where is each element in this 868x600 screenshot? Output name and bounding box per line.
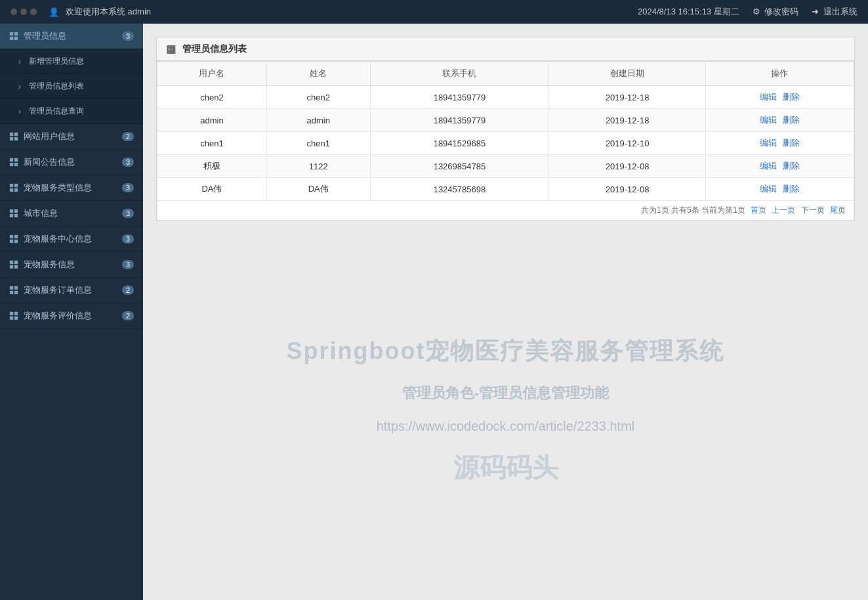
svg-rect-10 [10,163,13,166]
sidebar-item-service-review[interactable]: 宠物服务评价信息 2 [0,303,143,329]
sidebar-label-service-review: 宠物服务评价信息 [24,310,92,322]
col-date: 创建日期 [549,62,706,86]
delete-button[interactable]: 删除 [783,115,800,125]
svg-rect-8 [10,158,13,161]
table-header-row: 用户名 姓名 联系手机 创建日期 操作 [157,62,854,86]
table-row: admin admin 18941359779 2019-12-18 编辑 删除 [157,109,854,132]
delete-button[interactable]: 删除 [783,92,800,102]
cell-username: 积极 [157,155,267,178]
win-btn-maximize[interactable] [30,9,37,15]
svg-rect-4 [10,133,13,136]
main-content: ▦ 管理员信息列表 用户名 姓名 联系手机 创建日期 操作 chen2 chen… [143,24,868,600]
cell-name: chen2 [266,86,370,109]
cell-name: DA伟 [266,178,370,201]
cell-date: 2019-12-18 [549,86,706,109]
pagination-info: 共为1页 共有5条 当前为第1页 [641,205,745,215]
sidebar-item-city[interactable]: 城市信息 3 [0,201,143,226]
sidebar-item-admin-query[interactable]: › 管理员信息查询 [0,99,143,124]
sidebar-label-site-users: 网站用户信息 [24,131,75,142]
panel-title: 管理员信息列表 [182,43,247,55]
cell-phone: 13269854785 [370,155,549,178]
edit-button[interactable]: 编辑 [760,115,777,125]
svg-rect-6 [10,137,13,140]
svg-rect-30 [10,291,13,294]
topbar-right: 2024/8/13 16:15:13 星期二 ⚙ 修改密码 ➜ 退出系统 [638,6,858,18]
sidebar-item-admin-list[interactable]: › 管理员信息列表 [0,74,143,99]
svg-rect-32 [10,312,13,315]
cell-date: 2019-12-08 [549,155,706,178]
sidebar-item-pet-services[interactable]: 宠物服务类型信息 3 [0,175,143,201]
cell-name: chen1 [266,132,370,155]
watermark-title: Springboot宠物医疗美容服务管理系统 [287,335,725,368]
sidebar-item-admin-info[interactable]: 管理员信息 3 [0,24,143,49]
svg-rect-13 [14,184,18,187]
pagination-cell: 共为1页 共有5条 当前为第1页 首页 上一页 下一页 尾页 [157,201,854,221]
sidebar-item-pet-service[interactable]: 宠物服务信息 3 [0,252,143,278]
sidebar-sub-admin: › 新增管理员信息 › 管理员信息列表 › 管理员信息查询 [0,49,143,124]
svg-rect-23 [14,240,18,243]
sidebar-item-add-admin[interactable]: › 新增管理员信息 [0,49,143,74]
sidebar-label-pet-service: 宠物服务信息 [24,259,75,270]
sidebar-badge-admin-info: 3 [122,32,134,41]
welcome-text: 欢迎使用本系统 admin [66,6,151,18]
cell-actions: 编辑 删除 [705,178,854,201]
change-password-link[interactable]: ⚙ 修改密码 [753,6,799,18]
panel-header-icon: ▦ [166,43,176,55]
delete-button[interactable]: 删除 [783,138,800,148]
cell-username: chen2 [157,86,267,109]
sidebar-item-service-order[interactable]: 宠物服务订单信息 2 [0,278,143,303]
sidebar-badge-service-review: 2 [122,311,134,320]
datetime-text: 2024/8/13 16:15:13 星期二 [638,6,739,18]
pagination-row: 共为1页 共有5条 当前为第1页 首页 上一页 下一页 尾页 [157,201,854,221]
sidebar-item-news[interactable]: 新闻公告信息 3 [0,150,143,175]
sidebar-badge-news: 3 [122,158,134,167]
table-row: chen2 chen2 18941359779 2019-12-18 编辑 删除 [157,86,854,109]
admin-table-panel: ▦ 管理员信息列表 用户名 姓名 联系手机 创建日期 操作 chen2 chen… [156,37,855,221]
table-row: DA伟 DA伟 13245785698 2019-12-08 编辑 删除 [157,178,854,201]
logout-icon: ➜ [812,7,819,16]
svg-rect-0 [10,32,13,35]
watermark-url: https://www.icodedock.com/article/2233.h… [377,419,635,434]
svg-rect-34 [10,316,13,320]
edit-button[interactable]: 编辑 [760,161,777,171]
grid-icon [9,32,18,41]
grid-icon-9 [9,311,18,320]
sidebar-label-service-center: 宠物服务中心信息 [24,233,92,245]
sidebar-label-city: 城市信息 [24,207,58,219]
cell-actions: 编辑 删除 [705,132,854,155]
svg-rect-20 [10,235,13,238]
win-btn-minimize[interactable] [20,9,27,15]
svg-rect-9 [14,158,18,161]
win-btn-close[interactable] [10,9,17,15]
pagination-next[interactable]: 下一页 [801,205,825,215]
svg-rect-21 [14,235,18,238]
edit-button[interactable]: 编辑 [760,138,777,148]
sidebar-badge-service-order: 2 [122,286,134,295]
sidebar-label-news: 新闻公告信息 [24,156,75,168]
svg-rect-1 [14,32,18,35]
svg-rect-31 [14,291,18,294]
cell-name: 1122 [266,155,370,178]
grid-icon-2 [9,132,18,141]
svg-rect-27 [14,265,18,268]
sidebar-item-site-users[interactable]: 网站用户信息 2 [0,124,143,150]
svg-rect-33 [14,312,18,315]
delete-button[interactable]: 删除 [783,161,800,171]
admin-table: 用户名 姓名 联系手机 创建日期 操作 chen2 chen2 18941359… [157,61,854,221]
delete-button[interactable]: 删除 [783,184,800,194]
svg-rect-2 [10,37,13,40]
pagination-prev[interactable]: 上一页 [772,205,795,215]
table-row: chen1 chen1 18941529685 2019-12-10 编辑 删除 [157,132,854,155]
edit-button[interactable]: 编辑 [760,92,777,102]
sidebar-badge-city: 3 [122,209,134,218]
pagination-last[interactable]: 尾页 [830,205,846,215]
logout-link[interactable]: ➜ 退出系统 [812,6,858,18]
svg-rect-12 [10,184,13,187]
col-name: 姓名 [266,62,370,86]
edit-button[interactable]: 编辑 [760,184,777,194]
window-buttons [10,9,37,15]
sidebar-item-service-center[interactable]: 宠物服务中心信息 3 [0,226,143,252]
cell-username: chen1 [157,132,267,155]
pagination-first[interactable]: 首页 [751,205,766,215]
sidebar-label-admin-info: 管理员信息 [24,30,66,42]
